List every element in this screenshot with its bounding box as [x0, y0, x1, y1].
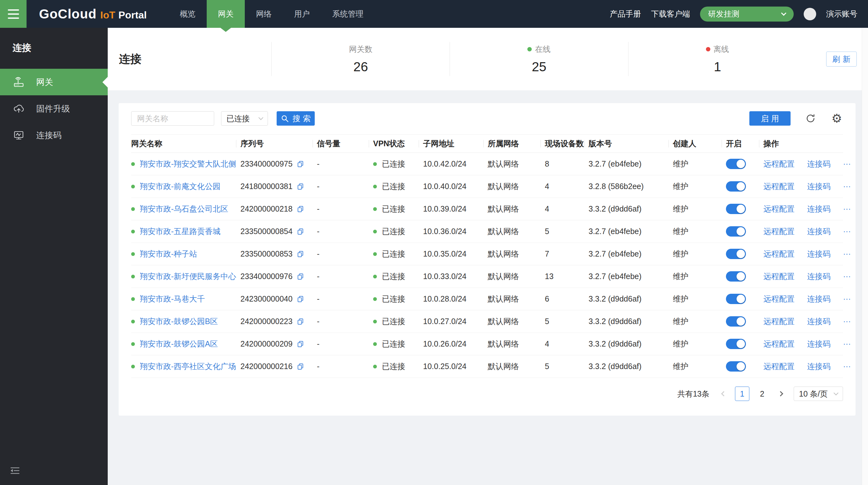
enable-button[interactable]: 启用 [749, 111, 790, 125]
scrollbar-track[interactable] [862, 28, 868, 485]
org-selector-dropdown[interactable]: 研发挂测 [700, 6, 794, 22]
action-connection-code[interactable]: 连接码 [807, 226, 831, 236]
action-more-button[interactable]: ··· [843, 182, 851, 191]
enable-toggle[interactable] [726, 226, 746, 236]
action-remote-config[interactable]: 远程配置 [764, 249, 795, 259]
enable-toggle[interactable] [726, 249, 746, 259]
copy-icon[interactable] [296, 250, 305, 258]
copy-icon[interactable] [296, 340, 305, 348]
sidebar-collapse-button[interactable] [9, 464, 21, 477]
serial-number: 233400000975 [240, 160, 292, 168]
top-nav-item-5[interactable]: 系统管理 [321, 0, 375, 28]
action-connection-code[interactable]: 连接码 [807, 249, 831, 259]
action-connection-code[interactable]: 连接码 [807, 339, 831, 349]
action-more-button[interactable]: ··· [843, 294, 851, 304]
action-more-button[interactable]: ··· [843, 160, 851, 168]
top-nav-item-3[interactable]: 网络 [245, 0, 283, 28]
signal-value: - [317, 294, 319, 303]
gateway-name-link[interactable]: 翔安市政-鼓锣公园B区 [140, 316, 218, 326]
action-more-button[interactable]: ··· [843, 317, 851, 326]
account-name[interactable]: 演示账号 [826, 9, 857, 19]
page-size-select[interactable]: 10 条/页 [794, 387, 843, 401]
action-remote-config[interactable]: 远程配置 [764, 271, 795, 282]
topbar-link-1[interactable]: 产品手册 [610, 9, 641, 19]
enable-toggle[interactable] [726, 204, 746, 214]
top-nav-item-label: 网关 [218, 9, 234, 18]
gateway-name-input[interactable] [131, 111, 214, 125]
gateway-name-link[interactable]: 翔安市政-种子站 [140, 249, 197, 259]
gateway-name-link[interactable]: 翔安市政-翔安交警大队北侧 [140, 159, 236, 169]
enable-toggle[interactable] [726, 159, 746, 169]
enable-toggle[interactable] [726, 271, 746, 282]
action-more-button[interactable]: ··· [843, 339, 851, 348]
gateway-name-link[interactable]: 翔安市政-鼓锣公园A区 [140, 339, 218, 349]
action-more-button[interactable]: ··· [843, 204, 851, 213]
gateway-name-link[interactable]: 翔安市政-前庵文化公园 [140, 181, 220, 192]
copy-icon[interactable] [296, 205, 305, 213]
signal-value: - [317, 160, 319, 168]
copy-icon[interactable] [296, 160, 305, 168]
copy-icon[interactable] [296, 182, 305, 191]
status-filter-select[interactable]: 已连接 [221, 111, 268, 125]
table-settings-button[interactable]: ⚙ [831, 112, 843, 125]
gateway-name-link[interactable]: 翔安市政-乌石盘公司北区 [140, 204, 228, 214]
action-connection-code[interactable]: 连接码 [807, 316, 831, 326]
gateway-name-link[interactable]: 翔安市政-新圩便民服务中心 [140, 271, 236, 282]
vpn-status-cell: 已连接 [373, 265, 423, 288]
action-more-button[interactable]: ··· [843, 272, 851, 281]
action-more-button[interactable]: ··· [843, 362, 851, 371]
action-connection-code[interactable]: 连接码 [807, 181, 831, 192]
action-remote-config[interactable]: 远程配置 [764, 339, 795, 349]
enable-toggle[interactable] [726, 294, 746, 304]
device-count-cell: 7 [545, 243, 589, 265]
enable-toggle[interactable] [726, 339, 746, 349]
sidebar-item-connection-code[interactable]: 连接码 [0, 122, 108, 148]
connection-code-icon [12, 129, 25, 142]
enable-toggle[interactable] [726, 316, 746, 326]
action-remote-config[interactable]: 远程配置 [764, 226, 795, 236]
action-connection-code[interactable]: 连接码 [807, 204, 831, 214]
pagination-page-2[interactable]: 2 [755, 387, 769, 401]
copy-icon[interactable] [296, 317, 305, 326]
pagination-page-1[interactable]: 1 [735, 387, 749, 401]
refresh-button[interactable]: 刷新 [826, 52, 857, 66]
hamburger-menu-button[interactable] [0, 0, 27, 28]
copy-icon[interactable] [296, 362, 305, 371]
row-actions: 远程配置连接码··· [764, 249, 843, 259]
avatar[interactable] [804, 8, 816, 20]
reload-table-button[interactable] [804, 112, 817, 125]
sidebar-item-label: 连接码 [36, 130, 62, 141]
action-more-button[interactable]: ··· [843, 249, 851, 258]
enable-toggle[interactable] [726, 181, 746, 192]
search-button[interactable]: 搜索 [277, 111, 315, 125]
pagination-next-button[interactable] [777, 387, 786, 401]
pagination-prev-button[interactable] [718, 387, 727, 401]
copy-icon[interactable] [296, 272, 305, 281]
action-connection-code[interactable]: 连接码 [807, 361, 831, 372]
gateway-name-link[interactable]: 翔安市政-马巷大千 [140, 294, 205, 304]
gateway-name-link[interactable]: 翔安市政-五星路贡香城 [140, 226, 220, 236]
sidebar-item-firmware-upgrade[interactable]: 固件升级 [0, 95, 108, 122]
action-remote-config[interactable]: 远程配置 [764, 204, 795, 214]
action-remote-config[interactable]: 远程配置 [764, 181, 795, 192]
top-nav-item-1[interactable]: 概览 [168, 0, 207, 28]
action-more-button[interactable]: ··· [843, 227, 851, 236]
action-remote-config[interactable]: 远程配置 [764, 294, 795, 304]
top-nav-item-4[interactable]: 用户 [283, 0, 321, 28]
copy-icon[interactable] [296, 227, 305, 236]
copy-icon[interactable] [296, 295, 305, 304]
action-connection-code[interactable]: 连接码 [807, 271, 831, 282]
toggle-knob [737, 317, 745, 325]
action-connection-code[interactable]: 连接码 [807, 159, 831, 169]
gateway-table: 网关名称序列号信号量VPN状态子网地址所属网络现场设备数版本号创建人开启操作 翔… [131, 134, 843, 378]
signal-cell: - [317, 333, 373, 355]
enable-toggle[interactable] [726, 361, 746, 372]
top-nav-item-2[interactable]: 网关 [207, 0, 245, 28]
action-remote-config[interactable]: 远程配置 [764, 159, 795, 169]
topbar-link-2[interactable]: 下载客户端 [651, 9, 690, 19]
action-connection-code[interactable]: 连接码 [807, 294, 831, 304]
action-remote-config[interactable]: 远程配置 [764, 361, 795, 372]
action-remote-config[interactable]: 远程配置 [764, 316, 795, 326]
gateway-name-link[interactable]: 翔安市政-西亭社区文化广场 [140, 361, 236, 372]
sidebar-item-gateway[interactable]: 网关 [0, 69, 108, 95]
